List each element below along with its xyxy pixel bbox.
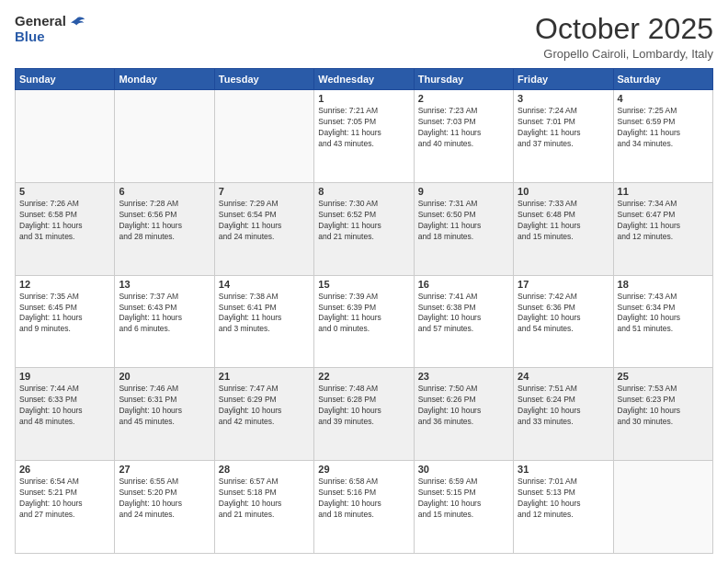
table-row: 2Sunrise: 7:23 AM Sunset: 7:03 PM Daylig… xyxy=(414,90,513,183)
table-row: 18Sunrise: 7:43 AM Sunset: 6:34 PM Dayli… xyxy=(613,275,712,368)
day-info: Sunrise: 7:39 AM Sunset: 6:39 PM Dayligh… xyxy=(318,292,409,336)
logo: General Blue xyxy=(15,13,85,44)
col-saturday: Saturday xyxy=(613,69,712,90)
table-row: 20Sunrise: 7:46 AM Sunset: 6:31 PM Dayli… xyxy=(115,368,214,461)
table-row: 27Sunrise: 6:55 AM Sunset: 5:20 PM Dayli… xyxy=(115,461,214,554)
day-info: Sunrise: 7:21 AM Sunset: 7:05 PM Dayligh… xyxy=(318,106,409,150)
day-info: Sunrise: 6:54 AM Sunset: 5:21 PM Dayligh… xyxy=(19,477,110,521)
table-row: 3Sunrise: 7:24 AM Sunset: 7:01 PM Daylig… xyxy=(514,90,613,183)
day-info: Sunrise: 7:43 AM Sunset: 6:34 PM Dayligh… xyxy=(618,292,709,336)
day-number: 24 xyxy=(518,371,609,382)
table-row: 1Sunrise: 7:21 AM Sunset: 7:05 PM Daylig… xyxy=(314,90,414,183)
location: Gropello Cairoli, Lombardy, Italy xyxy=(535,47,713,61)
table-row: 7Sunrise: 7:29 AM Sunset: 6:54 PM Daylig… xyxy=(214,182,313,275)
day-number: 31 xyxy=(518,464,609,475)
day-info: Sunrise: 7:48 AM Sunset: 6:28 PM Dayligh… xyxy=(318,384,409,428)
table-row: 19Sunrise: 7:44 AM Sunset: 6:33 PM Dayli… xyxy=(16,368,115,461)
day-info: Sunrise: 7:44 AM Sunset: 6:33 PM Dayligh… xyxy=(19,384,110,428)
day-info: Sunrise: 7:42 AM Sunset: 6:36 PM Dayligh… xyxy=(518,292,609,336)
day-info: Sunrise: 7:34 AM Sunset: 6:47 PM Dayligh… xyxy=(618,199,709,243)
day-number: 13 xyxy=(119,279,210,290)
day-info: Sunrise: 7:37 AM Sunset: 6:43 PM Dayligh… xyxy=(119,292,210,336)
table-row: 28Sunrise: 6:57 AM Sunset: 5:18 PM Dayli… xyxy=(214,461,313,554)
header-row: Sunday Monday Tuesday Wednesday Thursday… xyxy=(16,69,713,90)
day-info: Sunrise: 7:25 AM Sunset: 6:59 PM Dayligh… xyxy=(618,106,709,150)
logo-bird-icon xyxy=(69,16,85,29)
table-row: 29Sunrise: 6:58 AM Sunset: 5:16 PM Dayli… xyxy=(314,461,414,554)
day-info: Sunrise: 7:53 AM Sunset: 6:23 PM Dayligh… xyxy=(618,384,709,428)
table-row: 30Sunrise: 6:59 AM Sunset: 5:15 PM Dayli… xyxy=(414,461,513,554)
day-number: 15 xyxy=(318,279,409,290)
col-tuesday: Tuesday xyxy=(214,69,313,90)
day-number: 16 xyxy=(418,279,509,290)
col-wednesday: Wednesday xyxy=(314,69,414,90)
header: General Blue October 2025 Gropello Cairo… xyxy=(15,13,713,61)
day-info: Sunrise: 7:46 AM Sunset: 6:31 PM Dayligh… xyxy=(119,384,210,428)
day-info: Sunrise: 7:30 AM Sunset: 6:52 PM Dayligh… xyxy=(318,199,409,243)
table-row: 5Sunrise: 7:26 AM Sunset: 6:58 PM Daylig… xyxy=(16,182,115,275)
table-row: 31Sunrise: 7:01 AM Sunset: 5:13 PM Dayli… xyxy=(514,461,613,554)
table-row: 25Sunrise: 7:53 AM Sunset: 6:23 PM Dayli… xyxy=(613,368,712,461)
day-number: 4 xyxy=(618,93,709,104)
table-row: 22Sunrise: 7:48 AM Sunset: 6:28 PM Dayli… xyxy=(314,368,414,461)
day-info: Sunrise: 6:57 AM Sunset: 5:18 PM Dayligh… xyxy=(219,477,310,521)
table-row: 14Sunrise: 7:38 AM Sunset: 6:41 PM Dayli… xyxy=(214,275,313,368)
title-area: October 2025 Gropello Cairoli, Lombardy,… xyxy=(535,13,713,61)
day-info: Sunrise: 7:26 AM Sunset: 6:58 PM Dayligh… xyxy=(19,199,110,243)
table-row: 11Sunrise: 7:34 AM Sunset: 6:47 PM Dayli… xyxy=(613,182,712,275)
day-info: Sunrise: 7:24 AM Sunset: 7:01 PM Dayligh… xyxy=(518,106,609,150)
day-info: Sunrise: 7:50 AM Sunset: 6:26 PM Dayligh… xyxy=(418,384,509,428)
table-row xyxy=(16,90,115,183)
col-sunday: Sunday xyxy=(16,69,115,90)
table-row: 26Sunrise: 6:54 AM Sunset: 5:21 PM Dayli… xyxy=(16,461,115,554)
day-info: Sunrise: 7:51 AM Sunset: 6:24 PM Dayligh… xyxy=(518,384,609,428)
week-row-3: 19Sunrise: 7:44 AM Sunset: 6:33 PM Dayli… xyxy=(16,368,713,461)
day-info: Sunrise: 7:31 AM Sunset: 6:50 PM Dayligh… xyxy=(418,199,509,243)
table-row: 21Sunrise: 7:47 AM Sunset: 6:29 PM Dayli… xyxy=(214,368,313,461)
day-info: Sunrise: 7:38 AM Sunset: 6:41 PM Dayligh… xyxy=(219,292,310,336)
day-number: 18 xyxy=(618,279,709,290)
day-info: Sunrise: 6:59 AM Sunset: 5:15 PM Dayligh… xyxy=(418,477,509,521)
table-row: 9Sunrise: 7:31 AM Sunset: 6:50 PM Daylig… xyxy=(414,182,513,275)
table-row: 15Sunrise: 7:39 AM Sunset: 6:39 PM Dayli… xyxy=(314,275,414,368)
day-info: Sunrise: 6:58 AM Sunset: 5:16 PM Dayligh… xyxy=(318,477,409,521)
table-row: 4Sunrise: 7:25 AM Sunset: 6:59 PM Daylig… xyxy=(613,90,712,183)
col-friday: Friday xyxy=(514,69,613,90)
table-row xyxy=(613,461,712,554)
day-number: 12 xyxy=(19,279,110,290)
logo-blue-text: Blue xyxy=(15,29,45,44)
day-number: 25 xyxy=(618,371,709,382)
day-number: 17 xyxy=(518,279,609,290)
day-number: 30 xyxy=(418,464,509,475)
week-row-4: 26Sunrise: 6:54 AM Sunset: 5:21 PM Dayli… xyxy=(16,461,713,554)
page: General Blue October 2025 Gropello Cairo… xyxy=(0,0,728,563)
day-number: 28 xyxy=(219,464,310,475)
day-info: Sunrise: 7:41 AM Sunset: 6:38 PM Dayligh… xyxy=(418,292,509,336)
day-number: 26 xyxy=(19,464,110,475)
col-monday: Monday xyxy=(115,69,214,90)
day-number: 20 xyxy=(119,371,210,382)
table-row: 17Sunrise: 7:42 AM Sunset: 6:36 PM Dayli… xyxy=(514,275,613,368)
day-info: Sunrise: 7:28 AM Sunset: 6:56 PM Dayligh… xyxy=(119,199,210,243)
day-number: 8 xyxy=(318,186,409,197)
day-number: 1 xyxy=(318,93,409,104)
day-number: 2 xyxy=(418,93,509,104)
day-number: 10 xyxy=(518,186,609,197)
day-number: 6 xyxy=(119,186,210,197)
day-number: 27 xyxy=(119,464,210,475)
day-number: 29 xyxy=(318,464,409,475)
table-row: 24Sunrise: 7:51 AM Sunset: 6:24 PM Dayli… xyxy=(514,368,613,461)
day-info: Sunrise: 7:01 AM Sunset: 5:13 PM Dayligh… xyxy=(518,477,609,521)
day-info: Sunrise: 6:55 AM Sunset: 5:20 PM Dayligh… xyxy=(119,477,210,521)
day-number: 14 xyxy=(219,279,310,290)
day-info: Sunrise: 7:35 AM Sunset: 6:45 PM Dayligh… xyxy=(19,292,110,336)
table-row: 13Sunrise: 7:37 AM Sunset: 6:43 PM Dayli… xyxy=(115,275,214,368)
calendar-table: Sunday Monday Tuesday Wednesday Thursday… xyxy=(15,68,713,554)
table-row: 6Sunrise: 7:28 AM Sunset: 6:56 PM Daylig… xyxy=(115,182,214,275)
day-number: 22 xyxy=(318,371,409,382)
week-row-2: 12Sunrise: 7:35 AM Sunset: 6:45 PM Dayli… xyxy=(16,275,713,368)
day-number: 7 xyxy=(219,186,310,197)
day-info: Sunrise: 7:47 AM Sunset: 6:29 PM Dayligh… xyxy=(219,384,310,428)
table-row xyxy=(115,90,214,183)
table-row: 16Sunrise: 7:41 AM Sunset: 6:38 PM Dayli… xyxy=(414,275,513,368)
